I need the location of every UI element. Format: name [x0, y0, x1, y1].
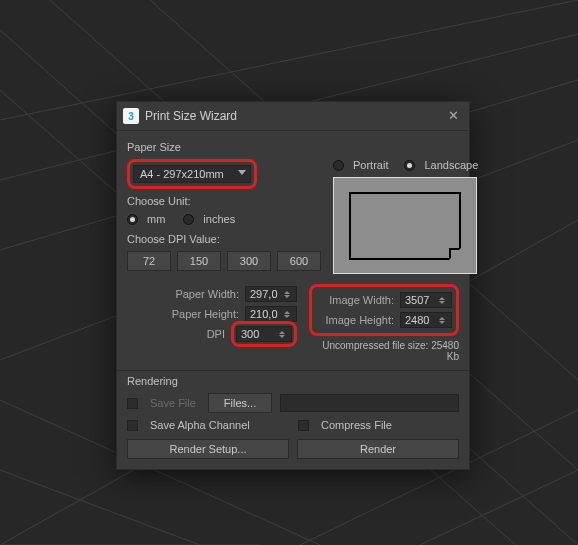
image-width-label: Image Width:	[316, 294, 394, 306]
image-height-value: 2480	[405, 314, 429, 326]
paper-size-highlight: A4 - 297x210mm	[127, 159, 257, 189]
divider	[117, 370, 469, 371]
paper-height-value: 210,0	[250, 308, 278, 320]
image-width-spinner[interactable]: 3507	[400, 292, 452, 308]
paper-width-label: Paper Width:	[161, 288, 239, 300]
unit-mm-radio[interactable]	[127, 214, 138, 225]
save-alpha-label: Save Alpha Channel	[150, 419, 290, 431]
image-height-label: Image Height:	[316, 314, 394, 326]
choose-dpi-label: Choose DPI Value:	[127, 233, 321, 245]
image-height-spinner[interactable]: 2480	[400, 312, 452, 328]
save-file-label: Save File	[150, 397, 200, 409]
paper-size-label: Paper Size	[127, 141, 459, 153]
close-button[interactable]: ✕	[443, 106, 463, 126]
paper-width-spinner[interactable]: 297,0	[245, 286, 297, 302]
save-file-checkbox[interactable]	[127, 398, 138, 409]
unit-inches-label: inches	[203, 213, 235, 225]
image-width-value: 3507	[405, 294, 429, 306]
files-button[interactable]: Files...	[208, 393, 272, 413]
choose-unit-label: Choose Unit:	[127, 195, 321, 207]
dpi-300-button[interactable]: 300	[227, 251, 271, 271]
dpi-spinner[interactable]: 300	[236, 326, 292, 342]
paper-height-spinner[interactable]: 210,0	[245, 306, 297, 322]
page-preview	[333, 177, 477, 274]
compress-file-checkbox[interactable]	[298, 420, 309, 431]
print-size-wizard-dialog: 3 Print Size Wizard ✕ Paper Size A4 - 29…	[116, 101, 470, 470]
image-size-highlight: Image Width: 3507 Image Height: 2480	[309, 284, 459, 336]
portrait-label: Portrait	[353, 159, 388, 171]
dpi-600-button[interactable]: 600	[277, 251, 321, 271]
save-alpha-checkbox[interactable]	[127, 420, 138, 431]
svg-line-11	[0, 470, 200, 545]
unit-mm-label: mm	[147, 213, 165, 225]
file-path-field[interactable]	[280, 394, 459, 412]
paper-size-dropdown[interactable]: A4 - 297x210mm	[133, 165, 251, 183]
titlebar[interactable]: 3 Print Size Wizard ✕	[117, 102, 469, 131]
paper-size-value: A4 - 297x210mm	[140, 168, 224, 180]
compress-file-label: Compress File	[321, 419, 392, 431]
render-setup-button[interactable]: Render Setup...	[127, 439, 289, 459]
rendering-label: Rendering	[127, 375, 459, 387]
dpi-value: 300	[241, 328, 259, 340]
dpi-150-button[interactable]: 150	[177, 251, 221, 271]
uncompressed-size-label: Uncompressed file size: 25480 Kb	[309, 340, 459, 362]
chevron-down-icon	[238, 170, 246, 175]
paper-height-label: Paper Height:	[161, 308, 239, 320]
dpi-highlight: 300	[231, 321, 297, 347]
dpi-72-button[interactable]: 72	[127, 251, 171, 271]
window-title: Print Size Wizard	[145, 109, 443, 123]
dpi-label: DPI	[147, 328, 225, 340]
landscape-radio[interactable]	[404, 160, 415, 171]
unit-inches-radio[interactable]	[183, 214, 194, 225]
render-button[interactable]: Render	[297, 439, 459, 459]
landscape-label: Landscape	[424, 159, 478, 171]
paper-width-value: 297,0	[250, 288, 278, 300]
portrait-radio[interactable]	[333, 160, 344, 171]
app-icon: 3	[123, 108, 139, 124]
page-preview-rect	[349, 192, 461, 260]
